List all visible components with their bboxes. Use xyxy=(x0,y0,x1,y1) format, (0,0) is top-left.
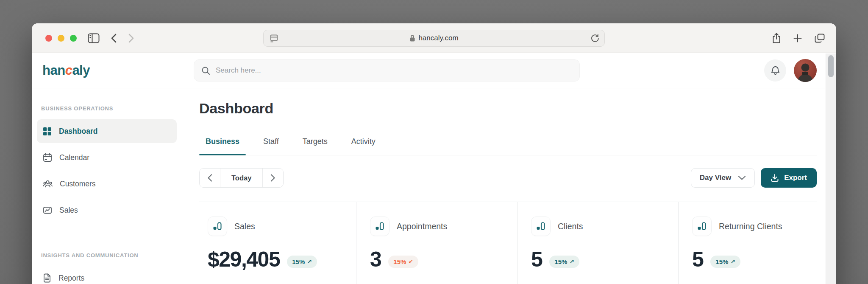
sidebar-toggle-icon[interactable] xyxy=(88,33,100,43)
trend-down-icon: ↙ xyxy=(408,258,413,265)
tab-targets[interactable]: Targets xyxy=(296,137,334,155)
sidebar-divider xyxy=(32,235,182,235)
chevron-down-icon xyxy=(738,175,746,180)
sidebar-item-sales[interactable]: Sales xyxy=(37,198,177,222)
bar-chart-icon xyxy=(531,217,551,236)
chevron-right-icon xyxy=(270,174,275,182)
section-label-insights: INSIGHTS AND COMMUNICATION xyxy=(41,252,172,259)
sidebar-item-reports[interactable]: Reports xyxy=(37,266,177,284)
search-icon xyxy=(201,66,210,75)
app-header xyxy=(182,53,836,88)
back-icon[interactable] xyxy=(111,33,117,43)
dashboard-content: Dashboard Business Staff Targets Activit… xyxy=(182,88,836,284)
main-area: Dashboard Business Staff Targets Activit… xyxy=(182,53,836,284)
trend-chart-icon xyxy=(43,205,52,215)
sidebar-item-calendar[interactable]: Calendar xyxy=(37,146,177,169)
change-badge-up: 15%↗ xyxy=(549,256,579,268)
change-badge-up: 15%↗ xyxy=(710,256,740,268)
hancaly-logo[interactable]: hancaly xyxy=(42,63,90,78)
stat-card-clients: Clients 5 15%↗ xyxy=(517,202,678,284)
lock-icon xyxy=(409,34,415,42)
bar-chart-icon xyxy=(692,217,712,236)
download-icon xyxy=(771,174,779,182)
toolbar-right-group xyxy=(764,23,825,53)
search-box[interactable] xyxy=(194,59,580,82)
sidebar-item-label: Reports xyxy=(58,274,84,283)
sidebar-item-dashboard[interactable]: Dashboard xyxy=(37,119,177,143)
logo-row: hancaly xyxy=(32,53,182,88)
close-button[interactable] xyxy=(45,35,52,42)
url-text-group: hancaly.com xyxy=(409,34,458,42)
forward-icon[interactable] xyxy=(128,33,134,43)
desktop-background: hancaly.com xyxy=(0,0,868,284)
chevron-left-icon xyxy=(207,174,212,182)
change-badge-up: 15%↗ xyxy=(287,256,317,268)
trend-up-icon: ↗ xyxy=(307,258,312,265)
calendar-icon xyxy=(43,153,52,162)
stat-label: Appointments xyxy=(397,222,447,231)
stat-label: Sales xyxy=(234,222,255,231)
tab-staff[interactable]: Staff xyxy=(257,137,285,155)
stat-card-appointments: Appointments 3 15%↙ xyxy=(356,202,517,284)
controls-row: Today Day View xyxy=(199,168,817,202)
browser-toolbar: hancaly.com xyxy=(32,23,836,53)
tab-bar: Business Staff Targets Activity xyxy=(199,137,817,155)
share-icon[interactable] xyxy=(772,33,781,44)
new-tab-icon[interactable] xyxy=(793,34,802,43)
sidebar-item-label: Calendar xyxy=(59,153,89,162)
bar-chart-icon xyxy=(370,217,389,236)
sidebar-item-label: Dashboard xyxy=(59,127,97,136)
notifications-button[interactable] xyxy=(764,59,786,82)
fullscreen-button[interactable] xyxy=(70,35,77,42)
reload-icon[interactable] xyxy=(590,34,600,44)
change-badge-down: 15%↙ xyxy=(388,256,418,268)
address-bar[interactable]: hancaly.com xyxy=(263,30,605,47)
sidebar-nav: BUSINESS OPERATIONS Dashboard xyxy=(32,105,182,284)
document-icon xyxy=(43,273,51,283)
previous-day-button[interactable] xyxy=(200,169,220,187)
stat-value: 3 xyxy=(370,247,381,272)
tab-activity[interactable]: Activity xyxy=(345,137,382,155)
browser-window: hancaly.com xyxy=(32,23,836,284)
stat-value: $29,405 xyxy=(208,247,280,272)
stat-card-sales: Sales $29,405 15%↗ xyxy=(199,202,356,284)
date-navigation: Today xyxy=(199,168,284,188)
sidebar-item-customers[interactable]: Customers xyxy=(37,172,177,196)
today-button[interactable]: Today xyxy=(220,169,263,187)
section-label-business-operations: BUSINESS OPERATIONS xyxy=(41,105,172,112)
tab-overview-icon[interactable] xyxy=(814,33,825,43)
sidebar-item-label: Customers xyxy=(60,180,96,188)
scrollbar-thumb[interactable] xyxy=(828,55,834,77)
stat-value: 5 xyxy=(692,247,703,272)
url-text: hancaly.com xyxy=(418,34,458,42)
window-controls xyxy=(45,35,77,42)
trend-up-icon: ↗ xyxy=(569,258,574,265)
app-shell: hancaly BUSINESS OPERATIONS Dashboard xyxy=(32,53,836,284)
minimize-button[interactable] xyxy=(58,35,64,42)
stats-row: Sales $29,405 15%↗ xyxy=(199,202,817,284)
grid-icon xyxy=(43,127,52,136)
tab-business[interactable]: Business xyxy=(199,137,246,155)
active-tab-indicator xyxy=(199,154,246,155)
view-selector-dropdown[interactable]: Day View xyxy=(691,168,755,188)
export-button[interactable]: Export xyxy=(761,168,817,188)
scrollbar[interactable] xyxy=(826,53,836,284)
page-title: Dashboard xyxy=(199,100,817,117)
stat-card-returning-clients: Returning Clients 5 15%↗ xyxy=(678,202,817,284)
stat-label: Clients xyxy=(558,222,583,231)
sidebar: hancaly BUSINESS OPERATIONS Dashboard xyxy=(32,53,182,284)
sidebar-item-label: Sales xyxy=(59,206,78,215)
avatar[interactable] xyxy=(794,59,817,82)
stat-value: 5 xyxy=(531,247,542,272)
next-day-button[interactable] xyxy=(263,169,283,187)
bar-chart-icon xyxy=(208,217,227,236)
bell-icon xyxy=(771,65,780,76)
avatar-person-image xyxy=(794,59,817,82)
people-icon xyxy=(43,179,53,188)
trend-up-icon: ↗ xyxy=(730,258,735,265)
search-input[interactable] xyxy=(216,66,572,75)
reader-view-icon[interactable] xyxy=(269,34,279,45)
stat-label: Returning Clients xyxy=(719,222,782,231)
